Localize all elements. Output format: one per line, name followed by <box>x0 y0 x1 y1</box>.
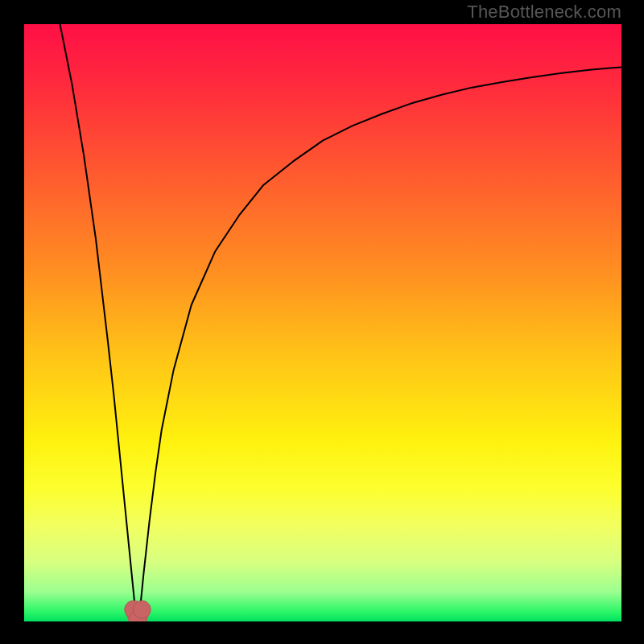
optimal-point-marker <box>133 601 151 618</box>
watermark-text: TheBottleneck.com <box>467 2 621 23</box>
outer-frame: TheBottleneck.com <box>0 0 644 644</box>
gradient-background <box>24 24 621 621</box>
optimal-region-marker <box>125 601 151 621</box>
chart-svg <box>24 24 621 621</box>
plot-area <box>24 24 621 621</box>
